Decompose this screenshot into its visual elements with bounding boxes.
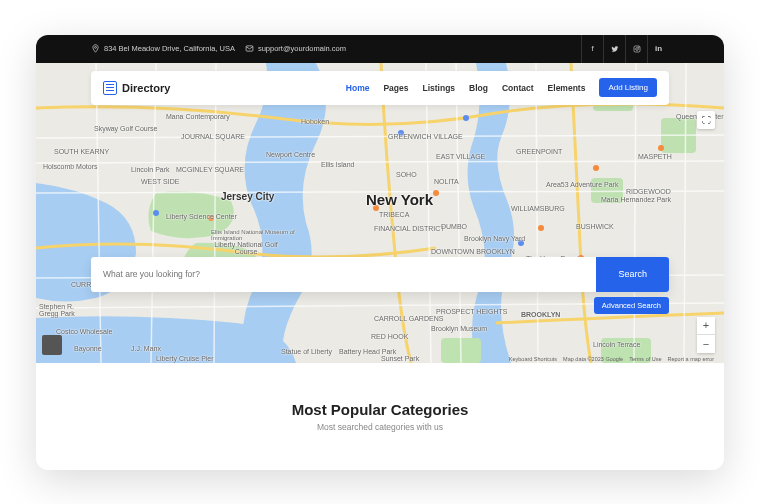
search-panel: Search Advanced Search bbox=[91, 257, 669, 314]
map-label: Bayonne bbox=[74, 345, 102, 352]
map-label: FINANCIAL DISTRICT bbox=[374, 225, 445, 232]
map-label: WEST SIDE bbox=[141, 178, 179, 185]
map-label: Maria Hernandez Park bbox=[601, 196, 671, 203]
svg-point-13 bbox=[538, 225, 544, 231]
attr-shortcuts[interactable]: Keyboard Shortcuts bbox=[509, 356, 557, 362]
topbar: 834 Bel Meadow Drive, California, USA su… bbox=[36, 35, 724, 63]
advanced-search-row: Advanced Search bbox=[91, 297, 669, 314]
email-item: support@yourdomain.com bbox=[245, 44, 346, 53]
categories-section: Most Popular Categories Most searched ca… bbox=[36, 363, 724, 470]
map-label: MASPETH bbox=[638, 153, 672, 160]
map-label: BUSHWICK bbox=[576, 223, 614, 230]
nav-contact[interactable]: Contact bbox=[502, 83, 534, 93]
location-pin-icon bbox=[91, 44, 100, 53]
map-label: Statue of Liberty bbox=[281, 348, 332, 355]
address-item: 834 Bel Meadow Drive, California, USA bbox=[91, 44, 235, 53]
svg-point-15 bbox=[658, 145, 664, 151]
map-label: Ellis Island National Museum of Immigrat… bbox=[211, 229, 301, 241]
map-label: Battery Head Park bbox=[339, 348, 396, 355]
map-attribution: Keyboard Shortcuts Map data ©2023 Google… bbox=[509, 356, 714, 362]
search-input[interactable] bbox=[91, 269, 596, 279]
map-area[interactable]: New York Jersey City Mana Contemporary S… bbox=[36, 63, 724, 363]
map-label: SOUTH KEARNY bbox=[54, 148, 109, 155]
nav-elements[interactable]: Elements bbox=[548, 83, 586, 93]
app-frame: 834 Bel Meadow Drive, California, USA su… bbox=[36, 35, 724, 470]
map-label: Liberty Science Center bbox=[166, 213, 237, 220]
search-bar: Search bbox=[91, 257, 669, 292]
map-label: Area53 Adventure Park bbox=[546, 181, 618, 188]
section-title: Most Popular Categories bbox=[292, 401, 469, 418]
twitter-icon[interactable] bbox=[603, 35, 625, 63]
svg-point-12 bbox=[433, 190, 439, 196]
address-text: 834 Bel Meadow Drive, California, USA bbox=[104, 44, 235, 53]
map-label: EAST VILLAGE bbox=[436, 153, 485, 160]
section-subtitle: Most searched categories with us bbox=[317, 422, 443, 432]
map-label: TRIBECA bbox=[379, 211, 409, 218]
map-label: Lincoln Park bbox=[131, 166, 170, 173]
map-label: Sunset Park bbox=[381, 355, 419, 362]
map-label: Brooklyn Navy Yard bbox=[464, 235, 525, 242]
map-label: Skyway Golf Course bbox=[94, 125, 157, 132]
map-label: Costco Wholesale bbox=[56, 328, 112, 335]
map-label: DOWNTOWN BROOKLYN bbox=[431, 248, 515, 255]
map-label: Mana Contemporary bbox=[166, 113, 230, 120]
advanced-search-button[interactable]: Advanced Search bbox=[594, 297, 669, 314]
navbar: Directory Home Pages Listings Blog Conta… bbox=[91, 71, 669, 105]
map-label-jersey: Jersey City bbox=[221, 191, 274, 202]
attr-data: Map data ©2023 Google bbox=[563, 356, 623, 362]
map-label: CARROLL GARDENS bbox=[374, 315, 443, 322]
svg-point-4 bbox=[638, 46, 639, 47]
attr-report[interactable]: Report a map error bbox=[668, 356, 714, 362]
map-label: Holscomb Motors bbox=[43, 163, 97, 170]
nav-links: Home Pages Listings Blog Contact Element… bbox=[346, 78, 657, 97]
zoom-in-button[interactable]: + bbox=[697, 317, 715, 335]
facebook-icon[interactable]: f bbox=[581, 35, 603, 63]
brand-name: Directory bbox=[122, 82, 170, 94]
fullscreen-button[interactable]: ⛶ bbox=[697, 111, 715, 129]
zoom-controls: + − bbox=[697, 317, 715, 353]
search-button[interactable]: Search bbox=[596, 257, 669, 292]
map-label: NOLITA bbox=[434, 178, 459, 185]
map-label: RED HOOK bbox=[371, 333, 408, 340]
map-label: Lincoln Terrace bbox=[593, 341, 640, 348]
svg-point-14 bbox=[593, 165, 599, 171]
nav-pages[interactable]: Pages bbox=[383, 83, 408, 93]
instagram-icon[interactable] bbox=[625, 35, 647, 63]
linkedin-icon[interactable]: in bbox=[647, 35, 669, 63]
topbar-left: 834 Bel Meadow Drive, California, USA su… bbox=[91, 44, 346, 53]
svg-point-20 bbox=[463, 115, 469, 121]
add-listing-button[interactable]: Add Listing bbox=[599, 78, 657, 97]
map-label: SOHO bbox=[396, 171, 417, 178]
social-links: f in bbox=[581, 35, 669, 63]
map-label: Hoboken bbox=[301, 118, 329, 125]
attr-terms[interactable]: Terms of Use bbox=[629, 356, 661, 362]
streetview-icon[interactable] bbox=[42, 335, 62, 355]
logo[interactable]: Directory bbox=[103, 81, 170, 95]
logo-icon bbox=[103, 81, 117, 95]
map-label: Brooklyn Museum bbox=[431, 325, 487, 332]
map-label: WILLIAMSBURG bbox=[511, 205, 565, 212]
map-label: RIDGEWOOD bbox=[626, 188, 671, 195]
svg-point-0 bbox=[95, 46, 97, 48]
map-label: Liberty National Golf Course bbox=[211, 241, 281, 255]
map-label: MCGINLEY SQUARE bbox=[176, 166, 244, 173]
map-label: J.J. Manx bbox=[131, 345, 161, 352]
zoom-out-button[interactable]: − bbox=[697, 335, 715, 353]
svg-point-3 bbox=[635, 47, 638, 50]
map-label: Stephen R. Gregg Park bbox=[39, 303, 89, 317]
map-label: Liberty Cruise Pier bbox=[156, 355, 214, 362]
map-label: Newport Centre bbox=[266, 151, 315, 158]
email-text: support@yourdomain.com bbox=[258, 44, 346, 53]
nav-blog[interactable]: Blog bbox=[469, 83, 488, 93]
nav-home[interactable]: Home bbox=[346, 83, 370, 93]
map-label: JOURNAL SQUARE bbox=[181, 133, 245, 140]
nav-listings[interactable]: Listings bbox=[422, 83, 455, 93]
map-label: GREENPOINT bbox=[516, 148, 562, 155]
map-label: GREENWICH VILLAGE bbox=[388, 133, 463, 140]
svg-point-18 bbox=[153, 210, 159, 216]
map-label: DUMBO bbox=[441, 223, 467, 230]
envelope-icon bbox=[245, 44, 254, 53]
map-label: Ellis Island bbox=[321, 161, 354, 168]
map-label-city: New York bbox=[366, 191, 433, 208]
